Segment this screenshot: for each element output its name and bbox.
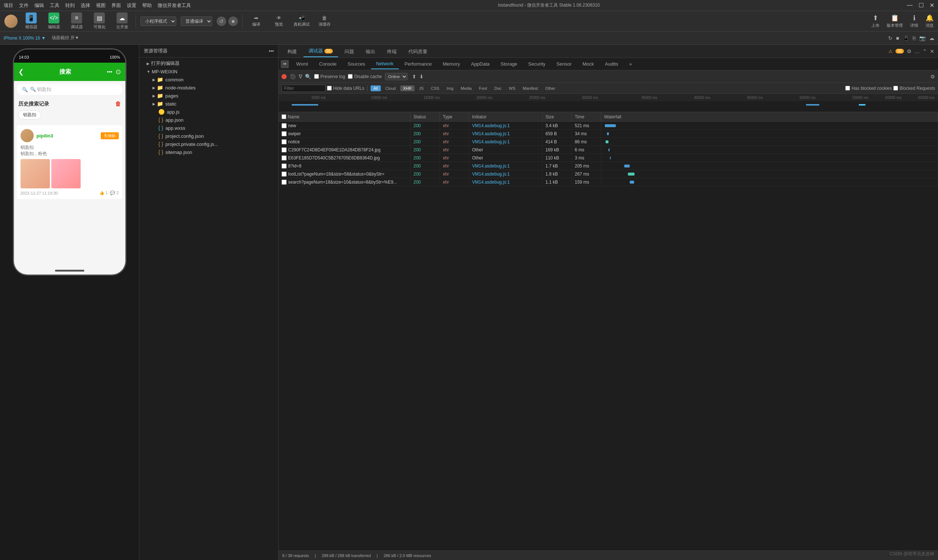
row-checkbox-5[interactable]	[281, 163, 287, 169]
stop-btn[interactable]: ■	[228, 17, 238, 26]
menu-tools[interactable]: 工具	[50, 2, 59, 9]
preview-btn[interactable]: 👁 预览	[270, 15, 288, 27]
tree-item-static[interactable]: ▶ 📁 static	[139, 100, 278, 108]
filter-cloud-btn[interactable]: Cloud	[382, 85, 399, 91]
record-btn[interactable]	[281, 74, 287, 79]
th-time[interactable]: Time	[572, 112, 601, 121]
row-checkbox-6[interactable]	[281, 172, 287, 177]
inner-tab-network[interactable]: Network	[371, 58, 399, 69]
window-controls[interactable]: — ☐ ✕	[907, 2, 934, 9]
menu-wechat[interactable]: 微信开发者工具	[158, 2, 191, 9]
filter-all-btn[interactable]: All	[371, 85, 381, 91]
has-blocked-label[interactable]: Has blocked cookies	[845, 86, 892, 91]
select-all-checkbox[interactable]	[281, 114, 286, 119]
filter-css-btn[interactable]: CSS	[428, 85, 443, 91]
menu-file[interactable]: 文件	[19, 2, 29, 9]
th-name[interactable]: Name	[278, 112, 411, 121]
devtools-settings-icon[interactable]: ⚙	[907, 48, 912, 54]
detail-btn[interactable]: ℹ 详情	[910, 14, 918, 28]
preserve-log-checkbox[interactable]	[314, 74, 319, 79]
tree-item-sitemap[interactable]: { } sitemap.json	[139, 148, 278, 156]
has-blocked-checkbox[interactable]	[845, 86, 850, 91]
hide-data-urls-label[interactable]: Hide data URLs	[327, 86, 364, 91]
th-status[interactable]: Status	[411, 112, 440, 121]
tab-codegen[interactable]: 代码质量	[403, 46, 432, 57]
filter-input[interactable]	[281, 85, 326, 92]
export-btn[interactable]: ⬇	[419, 74, 424, 80]
history-tag-0[interactable]: 钥匙扣	[18, 110, 41, 120]
compile-btn[interactable]: ➡ 编译	[247, 15, 265, 27]
inner-tab-appdata[interactable]: AppData	[466, 59, 495, 69]
table-row[interactable]: lostList?pageNum=18&size=58&status=0&byS…	[278, 170, 938, 178]
table-row[interactable]: C290F7C24D8D4EF094E1DA284DB78F24.jpg 200…	[278, 146, 938, 154]
tree-item-node-modules[interactable]: ▶ 📁 node-modules	[139, 83, 278, 92]
maximize-button[interactable]: ☐	[919, 2, 924, 9]
compile-select[interactable]: 普通编译	[181, 17, 212, 26]
tree-section-mp-weixin[interactable]: ▼ MP-WEIXIN	[139, 68, 278, 75]
filter-media-btn[interactable]: Media	[458, 85, 475, 91]
simulator-btn[interactable]: 📱 模拟器	[22, 12, 40, 30]
sec-camera-icon[interactable]: 📷	[919, 35, 926, 41]
clear-history-btn[interactable]: 🗑	[115, 101, 121, 108]
scene-value[interactable]: 场面截径 开▼	[52, 35, 79, 41]
inner-tab-audits[interactable]: Audits	[600, 59, 623, 69]
sec-phone-icon[interactable]: 📱	[903, 35, 909, 41]
tree-item-pages[interactable]: ▶ 📁 pages	[139, 92, 278, 100]
import-btn[interactable]: ⬆	[412, 74, 417, 80]
version-btn[interactable]: 📋 版本管理	[887, 14, 903, 28]
network-settings-btn[interactable]: ⚙	[930, 74, 935, 80]
search-network-btn[interactable]: 🔍	[305, 74, 311, 80]
row-checkbox-2[interactable]	[281, 139, 287, 145]
message-btn[interactable]: 🔔 消息	[926, 14, 933, 28]
filter-xhr-btn[interactable]: XHR	[400, 85, 415, 91]
th-type[interactable]: Type	[440, 112, 469, 121]
row-checkbox-3[interactable]	[281, 147, 287, 152]
tree-item-app-json[interactable]: { } app.json	[139, 116, 278, 124]
real-test-btn[interactable]: 📲 真机调试	[292, 15, 311, 27]
tree-item-app-js[interactable]: 🟡 app.js	[139, 108, 278, 116]
disable-cache-checkbox[interactable]	[348, 74, 353, 79]
visualize-btn[interactable]: ▤ 可视化	[90, 12, 109, 30]
sec-cloud2-icon[interactable]: ☁	[929, 35, 934, 41]
filter-toggle-btn[interactable]: ∇	[299, 74, 302, 80]
preserve-log-label[interactable]: Preserve log	[314, 74, 345, 79]
menu-settings[interactable]: 设置	[127, 2, 136, 9]
editor-btn[interactable]: </> 编辑器	[45, 12, 63, 30]
phone-more-btn[interactable]: •••	[107, 69, 112, 75]
devtools-more-icon[interactable]: …	[915, 48, 920, 54]
dock-btn[interactable]: ••	[281, 60, 289, 68]
menu-select[interactable]: 选择	[81, 2, 90, 9]
table-row[interactable]: notice 200 xhr VM14.asdebug.js:1 414 B 8…	[278, 138, 938, 146]
inner-tab-storage[interactable]: Storage	[495, 59, 523, 69]
menu-project[interactable]: 项目	[4, 2, 13, 9]
phone-model[interactable]: iPhone X 100% 16 ▼	[4, 35, 46, 41]
th-initiator[interactable]: Initiator	[469, 112, 543, 121]
sec-copy-icon[interactable]: ⎘	[913, 35, 916, 41]
menu-goto[interactable]: 转到	[65, 2, 75, 9]
inner-tab-sources[interactable]: Sources	[342, 59, 370, 69]
sec-stop-icon[interactable]: ■	[896, 35, 899, 41]
filter-img-btn[interactable]: Img	[443, 85, 456, 91]
devtools-expand-icon[interactable]: ⌃	[923, 48, 927, 54]
devtools-close-icon[interactable]: ✕	[930, 48, 934, 54]
file-tree-more[interactable]: •••	[269, 48, 274, 54]
debugger-btn[interactable]: ≡ 调试器	[68, 12, 86, 30]
menu-view[interactable]: 视图	[96, 2, 106, 9]
menu-interface[interactable]: 界面	[111, 2, 121, 9]
phone-scan-btn[interactable]: ⊙	[115, 68, 121, 76]
inner-tab-more[interactable]: »	[624, 59, 637, 69]
filter-other-btn[interactable]: Other	[543, 85, 559, 91]
table-row[interactable]: swiper 200 xhr VM14.asdebug.js:1 659 B 3…	[278, 130, 938, 138]
inner-tab-memory[interactable]: Memory	[438, 59, 465, 69]
inner-tab-console[interactable]: Console	[314, 59, 342, 69]
tab-output[interactable]: 输出	[361, 46, 380, 57]
throttle-select[interactable]: Online	[385, 73, 407, 80]
inner-tab-security[interactable]: Security	[523, 59, 550, 69]
th-waterfall[interactable]: Waterfall	[601, 112, 938, 121]
clear-network-btn[interactable]: ⚫	[289, 74, 296, 80]
tab-terminal[interactable]: 终端	[382, 46, 402, 57]
tree-item-app-wxss[interactable]: { } app.wxss	[139, 124, 278, 132]
upload-btn[interactable]: ⬆ 上传	[871, 14, 880, 28]
hide-data-urls-checkbox[interactable]	[327, 86, 332, 91]
th-size[interactable]: Size	[543, 112, 572, 121]
